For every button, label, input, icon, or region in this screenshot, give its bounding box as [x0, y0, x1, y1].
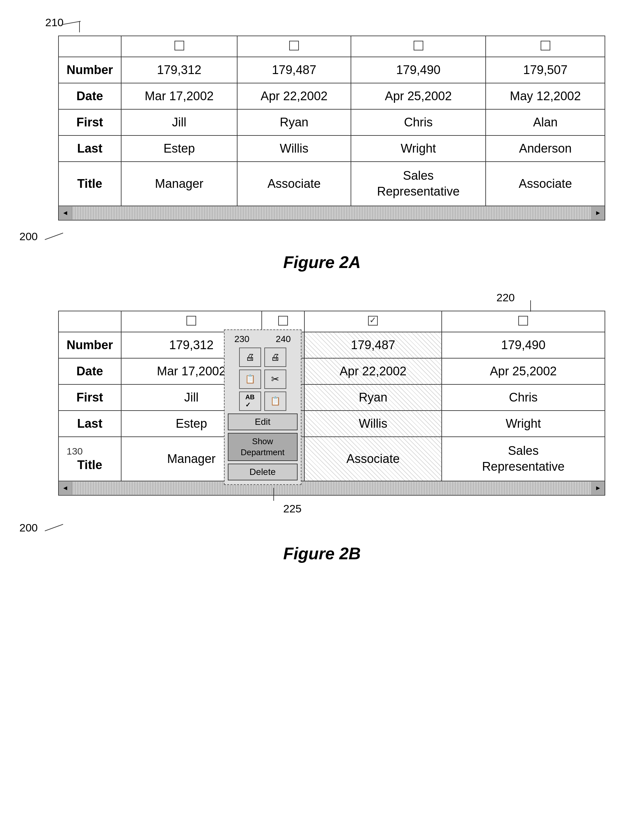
figure-2a-label: Figure 2A	[19, 253, 625, 272]
scroll-left-arrow-2b[interactable]: ◄	[59, 482, 72, 495]
number-cell-2: 179,487	[237, 57, 351, 83]
figure-2b-section: 220 Number	[19, 288, 625, 563]
number-header-2b: Number	[59, 332, 121, 358]
title-2b-3: Associate	[304, 437, 442, 481]
annotation-230: 230	[234, 334, 249, 344]
checkbox-4[interactable]	[540, 41, 550, 50]
popup-icon-row-2: 📋 ✂	[228, 370, 297, 389]
data-table-2b: Number 179,312 179,487 179,490 Date Mar …	[58, 311, 605, 495]
first-cell-2: Ryan	[237, 109, 351, 135]
title-cell-4: Associate	[486, 161, 605, 206]
first-header: First	[59, 109, 121, 135]
annotation-240: 240	[276, 334, 291, 344]
cb2b-col4[interactable]	[442, 311, 605, 332]
annotation-130: 130	[67, 446, 113, 457]
first-cell-3: Chris	[351, 109, 486, 135]
cb2b-col3[interactable]	[304, 311, 442, 332]
date-row: Date Mar 17,2002 Apr 22,2002 Apr 25,2002…	[59, 83, 605, 109]
number-cell-1: 179,312	[121, 57, 237, 83]
annotation-225: 225	[283, 502, 302, 515]
title-header-2b: 130 Title	[59, 437, 121, 481]
first-header-2b: First	[59, 384, 121, 411]
cb2b-col2[interactable]	[262, 311, 304, 332]
date-cell-2: Apr 22,2002	[237, 83, 351, 109]
edit-button[interactable]: Edit	[228, 413, 297, 430]
checkbox-col3[interactable]	[351, 36, 486, 57]
checkbox-col1[interactable]	[121, 36, 237, 57]
checkbox-1[interactable]	[175, 41, 184, 50]
last-header: Last	[59, 135, 121, 161]
popup-icon-copy[interactable]: 📋	[239, 370, 261, 389]
number-cell-4: 179,507	[486, 57, 605, 83]
number-cell-3: 179,490	[351, 57, 486, 83]
date-header: Date	[59, 83, 121, 109]
header-empty	[59, 36, 121, 57]
last-cell-4: Anderson	[486, 135, 605, 161]
number-header: Number	[59, 57, 121, 83]
popup-icon-spellcheck[interactable]: AB✓	[239, 391, 261, 411]
checkbox-3[interactable]	[413, 41, 423, 50]
checkbox-2b-3[interactable]	[368, 316, 378, 326]
show-department-button[interactable]: ShowDepartment	[228, 433, 297, 461]
number-2b-3: 179,487	[304, 332, 442, 358]
last-2b-4: Wright	[442, 411, 605, 437]
header-empty-2b	[59, 311, 121, 332]
popup-icon-cut[interactable]: ✂	[264, 370, 286, 389]
scrollbar-2a[interactable]: ◄ ►	[59, 206, 605, 219]
cb2b-col1[interactable]	[121, 311, 262, 332]
figure-2a-section: 210 Num	[19, 13, 625, 272]
title-row-2b: 130 Title Manager Associate SalesReprese…	[59, 437, 605, 481]
date-row-2b: Date Mar 17,2002 Apr 22,2002 Apr 25,2002	[59, 358, 605, 384]
scroll-track-2b[interactable]	[72, 482, 591, 495]
scroll-track-2a[interactable]	[72, 206, 591, 219]
first-cell-4: Alan	[486, 109, 605, 135]
scroll-left-arrow-2a[interactable]: ◄	[59, 206, 72, 219]
popup-icon-paste[interactable]: 📋	[264, 391, 286, 411]
scrollbar-2b[interactable]: ◄ ►	[59, 482, 605, 495]
popup-icon-print1[interactable]: 🖨	[239, 348, 261, 367]
number-row-2b: Number 179,312 179,487 179,490	[59, 332, 605, 358]
popup-icon-row-3: AB✓ 📋	[228, 391, 297, 411]
checkbox-col4[interactable]	[486, 36, 605, 57]
delete-button[interactable]: Delete	[228, 464, 297, 480]
title-cell-1: Manager	[121, 161, 237, 206]
title-2b-4: SalesRepresentative	[442, 437, 605, 481]
first-2b-3: Ryan	[304, 384, 442, 411]
context-menu-popup: 230 240 🖨 🖨 📋 ✂ AB✓ 📋 Edit ShowDepartmen…	[224, 329, 302, 485]
number-row: Number 179,312 179,487 179,490 179,507	[59, 57, 605, 83]
first-cell-1: Jill	[121, 109, 237, 135]
checkbox-2b-2[interactable]	[278, 316, 288, 326]
popup-icon-print2[interactable]: 🖨	[264, 348, 286, 367]
figure-2b-label: Figure 2B	[19, 544, 625, 563]
first-row-2b: First Jill Ryan Chris	[59, 384, 605, 411]
date-header-2b: Date	[59, 358, 121, 384]
checkbox-row-2b	[59, 311, 605, 332]
table-2a: Number 179,312 179,487 179,490 179,507 D…	[58, 36, 605, 220]
scrollbar-row-2a: ◄ ►	[59, 206, 605, 220]
last-header-2b: Last	[59, 411, 121, 437]
title-label: Title	[67, 458, 113, 472]
annotation-220: 220	[496, 291, 515, 304]
first-row: First Jill Ryan Chris Alan	[59, 109, 605, 135]
title-cell-3: SalesRepresentative	[351, 161, 486, 206]
data-table-2a: Number 179,312 179,487 179,490 179,507 D…	[58, 36, 605, 220]
number-2b-4: 179,490	[442, 332, 605, 358]
last-row-2b: Last Estep Willis Wright	[59, 411, 605, 437]
title-row: Title Manager Associate SalesRepresentat…	[59, 161, 605, 206]
annotation-200-2a: 200	[19, 230, 38, 243]
annotation-210: 210	[45, 16, 63, 29]
checkbox-2b-4[interactable]	[518, 316, 528, 326]
title-header: Title	[59, 161, 121, 206]
checkbox-2b-1[interactable]	[186, 316, 196, 326]
last-row: Last Estep Willis Wright Anderson	[59, 135, 605, 161]
first-2b-4: Chris	[442, 384, 605, 411]
popup-icon-row-1: 🖨 🖨	[228, 348, 297, 367]
scroll-right-arrow-2b[interactable]: ►	[591, 482, 605, 495]
date-cell-4: May 12,2002	[486, 83, 605, 109]
scroll-right-arrow-2a[interactable]: ►	[591, 206, 605, 219]
checkbox-2[interactable]	[289, 41, 299, 50]
title-cell-2: Associate	[237, 161, 351, 206]
date-2b-3: Apr 22,2002	[304, 358, 442, 384]
date-cell-3: Apr 25,2002	[351, 83, 486, 109]
checkbox-col2[interactable]	[237, 36, 351, 57]
